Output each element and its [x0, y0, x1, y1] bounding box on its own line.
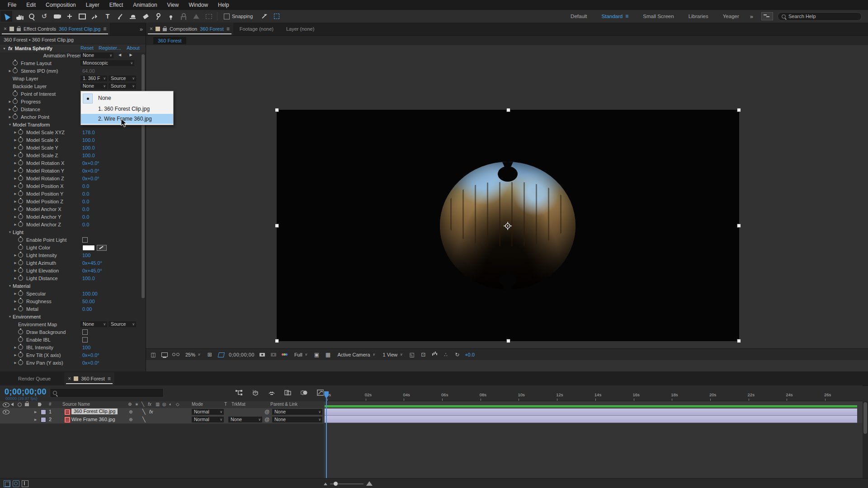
parameter-value[interactable]: 100.0	[82, 276, 95, 281]
flowchart-icon[interactable]: ∴	[442, 351, 449, 358]
parameter-value[interactable]: 100.00	[82, 291, 98, 296]
stopwatch-icon[interactable]	[18, 137, 23, 142]
transparency-grid-icon[interactable]: ▦	[324, 351, 331, 358]
trkmat-select[interactable]: None	[228, 417, 262, 422]
parameter-value[interactable]: 0.0	[82, 222, 89, 227]
expand-arrow-icon[interactable]: ▶	[13, 138, 18, 142]
tab-effect-controls[interactable]: × Effect Controls 360 Forest Clip.jpg ≡	[0, 23, 110, 35]
parameter-checkbox[interactable]	[82, 237, 88, 243]
stopwatch-icon[interactable]	[18, 337, 23, 342]
mode-column-header[interactable]: Mode	[192, 402, 203, 407]
selection-handle[interactable]	[506, 339, 510, 343]
menu-item[interactable]: File	[3, 2, 21, 8]
expand-arrow-icon[interactable]: ▶	[7, 100, 13, 103]
layer-row-1[interactable]: ▶ 1 360 Forest Clip.jpg ⊕ ╲ fx Normal @ …	[0, 408, 324, 416]
parameter-value[interactable]: 64.00	[82, 68, 95, 74]
expand-arrow-icon[interactable]: ▶	[7, 115, 13, 119]
parameter-value[interactable]: 0.0	[82, 206, 89, 212]
effect-parameter-row[interactable]: ▶ Model Position Y 0.0	[0, 190, 146, 197]
region-of-interest-icon[interactable]	[217, 351, 225, 358]
selection-handle[interactable]	[275, 224, 279, 228]
source-name-column-header[interactable]: Source Name	[62, 402, 90, 407]
stopwatch-icon[interactable]	[13, 107, 18, 112]
parameter-value[interactable]: 0x+45.0°	[82, 268, 102, 273]
effect-parameter-row[interactable]: ▶ Model Rotation Y 0x+0.0°	[0, 167, 146, 174]
expand-arrow-icon[interactable]: ▶	[13, 300, 18, 303]
effect-parameter-row[interactable]: Enable Point Light	[0, 236, 146, 244]
expand-arrow-icon[interactable]: ▶	[13, 169, 18, 173]
stopwatch-icon[interactable]	[18, 183, 23, 188]
eraser-tool-icon[interactable]	[140, 11, 151, 22]
effect-parameter-row[interactable]: ▼ Material	[0, 282, 146, 290]
index-column-header[interactable]: #	[49, 402, 52, 407]
menu-item[interactable]: Composition	[41, 2, 81, 8]
parameter-value[interactable]: 0x+0.0°	[82, 160, 99, 166]
composition-viewer[interactable]: ◫ 25%∨ ⊞ 0;00;00;00 Full∨ ▣ ▦ Active Cam…	[146, 45, 868, 360]
tab-timeline-comp[interactable]: × 360 Forest ≡	[64, 372, 114, 385]
lock-column-icon[interactable]	[25, 403, 29, 406]
timeline-vertical-scrollbar[interactable]	[863, 401, 868, 478]
collapse-arrow-icon[interactable]: ▼	[3, 47, 6, 50]
layer-color-swatch[interactable]	[41, 409, 46, 415]
frame-blend-switch-icon[interactable]: ▥	[156, 402, 160, 407]
parameter-value[interactable]: 178.0	[82, 130, 95, 135]
expand-arrow-icon[interactable]: ▶	[7, 108, 13, 111]
expand-arrow-icon[interactable]: ▶	[13, 215, 18, 219]
motion-blur-switch-icon[interactable]: ◎	[162, 402, 166, 407]
layer-name[interactable]: 360 Forest Clip.jpg	[71, 408, 118, 414]
view-layout-select[interactable]: 1 View∨	[381, 352, 404, 357]
draft-3d-icon[interactable]	[251, 389, 259, 396]
effect-parameter-row[interactable]: ▶ IBL Intensity 100	[0, 343, 146, 351]
selection-handle[interactable]	[737, 108, 741, 112]
hand-tool-icon[interactable]	[13, 11, 25, 22]
quality-toggle-icon[interactable]: ╲	[142, 417, 146, 422]
close-icon[interactable]: ×	[4, 26, 7, 32]
snap-to-bounds-icon[interactable]	[271, 11, 283, 22]
parameter-dropdown[interactable]: 1. 360 F	[80, 75, 107, 81]
pickwhip-icon[interactable]: @	[264, 417, 269, 422]
stopwatch-icon[interactable]	[13, 99, 18, 104]
monitor-icon[interactable]	[161, 351, 168, 358]
effect-parameter-row[interactable]: ▶ Env Pan (Y axis) 0x+0.0°	[0, 359, 146, 366]
stopwatch-icon[interactable]	[18, 168, 23, 173]
close-icon[interactable]: ×	[150, 26, 153, 32]
expand-arrow-icon[interactable]: ▶	[13, 200, 18, 203]
viewer-timecode[interactable]: 0;00;00;00	[229, 352, 255, 357]
expand-arrow-icon[interactable]: ▼	[7, 284, 13, 287]
parent-select[interactable]: None	[272, 409, 322, 415]
stopwatch-icon[interactable]	[18, 222, 23, 227]
workspace-overflow-icon[interactable]: »	[746, 13, 757, 20]
parameter-value[interactable]: 0x+0.0°	[82, 360, 99, 366]
effect-parameter-row[interactable]: ▼ Light	[0, 228, 146, 236]
effect-parameter-row[interactable]: ▶ Model Anchor Y 0.0	[0, 213, 146, 221]
effect-parameter-row[interactable]: ▶ Light Azimuth 0x+45.0°	[0, 259, 146, 267]
motion-blur-icon[interactable]	[300, 389, 308, 396]
shy-switch-icon[interactable]: ⊕	[128, 402, 132, 407]
expand-arrow-icon[interactable]: ▶	[34, 410, 37, 414]
effect-parameter-row[interactable]: Light Color	[0, 244, 146, 251]
parameter-value[interactable]: 0x+0.0°	[82, 176, 99, 181]
tab-layer[interactable]: Layer (none)	[280, 26, 321, 32]
effect-parameter-row[interactable]: ▶ Light Intensity 100	[0, 251, 146, 259]
collapse-switch-icon[interactable]: ∗	[135, 402, 138, 407]
workspace-tab[interactable]: Standard≡	[594, 13, 636, 19]
show-snapshot-icon[interactable]	[270, 351, 277, 358]
menu-item[interactable]: Layer	[81, 2, 104, 8]
video-column-icon[interactable]	[3, 403, 9, 407]
parameter-source-dropdown[interactable]: Source	[108, 321, 136, 327]
expand-arrow-icon[interactable]: ▶	[13, 223, 18, 226]
reset-exposure-icon[interactable]: ↻	[453, 351, 461, 358]
parameter-source-dropdown[interactable]: Source	[108, 75, 136, 81]
stopwatch-icon[interactable]	[18, 253, 23, 258]
layer-name[interactable]: Wire Frame 360.jpg	[71, 417, 115, 422]
parameter-value[interactable]: 100	[82, 253, 90, 258]
stacked-panels-icon[interactable]: ◫	[150, 351, 157, 358]
parameter-value[interactable]: 50.00	[82, 299, 95, 304]
layer-row-2[interactable]: ▶ 2 Wire Frame 360.jpg ⊕ ╲ Normal None @…	[0, 416, 324, 424]
shy-toggle-icon[interactable]: ⊕	[129, 417, 132, 422]
expand-arrow-icon[interactable]: ▶	[7, 69, 13, 73]
menu-item[interactable]: Animation	[128, 2, 162, 8]
tab-render-queue[interactable]: Render Queue	[0, 376, 64, 381]
toggle-transfer-controls-icon[interactable]	[13, 480, 19, 487]
expand-arrow-icon[interactable]: ▶	[13, 353, 18, 357]
